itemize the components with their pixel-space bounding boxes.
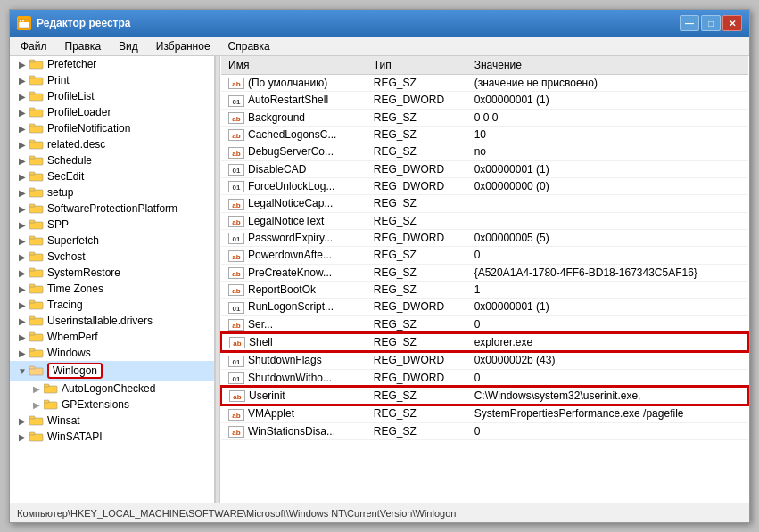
tree-item[interactable]: ▶ ProfileNotification [10,120,214,136]
table-row[interactable]: abDebugServerCo...REG_SZno [221,143,748,160]
table-row[interactable]: abPowerdownAfte...REG_SZ0 [221,247,748,264]
tree-item[interactable]: ▶ SystemRestore [10,265,214,281]
table-row[interactable]: abLegalNoticeCap...REG_SZ [221,195,748,212]
table-row[interactable]: abReportBootOkREG_SZ1 [221,281,748,298]
tree-item[interactable]: ▶ SoftwareProtectionPlatform [10,201,214,217]
reg-value: 1 [467,281,748,298]
table-row[interactable]: 01ForceUnlockLog...REG_DWORD0x00000000 (… [221,177,748,194]
tree-arrow: ▶ [17,108,28,118]
menu-item-правка[interactable]: Правка [58,38,109,54]
svg-rect-31 [29,268,35,271]
tree-arrow: ▶ [17,156,28,166]
table-row[interactable]: 01DisableCADREG_DWORD0x00000001 (1) [221,160,748,177]
folder-icon [29,171,44,182]
svg-rect-47 [44,400,49,403]
table-row[interactable]: abVMAppletREG_SZSystemPropertiesPerforma… [221,405,748,422]
folder-icon [29,267,44,278]
ab-icon: ab [228,426,244,438]
ab-icon: ab [228,78,244,89]
minimize-button[interactable]: — [680,15,699,31]
reg-value: 0x00000001 (1) [467,299,748,315]
ab-icon: ab [228,267,244,279]
svg-rect-29 [29,252,35,255]
tree-arrow: ▼ [17,366,28,376]
tree-item[interactable]: ▶ Schedule [10,152,214,168]
reg-type: REG_DWORD [367,92,467,109]
tree-item[interactable]: ▶ Userinstallable.drivers [10,313,214,329]
table-row[interactable]: abShellREG_SZexplorer.exe [221,333,748,351]
dword-icon: 01 [228,356,244,367]
table-row[interactable]: abCachedLogonsC...REG_SZ10 [221,126,748,143]
folder-icon [29,315,44,326]
maximize-button[interactable]: □ [701,15,721,31]
table-row[interactable]: 01ShutdownFlagsREG_DWORD0x0000002b (43) [221,351,748,369]
tree-item[interactable]: ▶ GPExtensions [10,397,214,413]
reg-name: 01ShutdownFlags [221,351,367,369]
tree-item[interactable]: ▶ related.desc [10,136,214,152]
tree-item[interactable]: ▶ WbemPerf [10,329,214,345]
table-row[interactable]: 01ShutdownWitho...REG_DWORD0 [221,369,748,387]
menu-item-файл[interactable]: Файл [13,38,54,54]
table-row[interactable]: abWinStationsDisa...REG_SZ0 [221,422,748,439]
tree-item[interactable]: ▶ Print [10,72,214,88]
tree-label: WbemPerf [47,331,98,343]
menu-item-справка[interactable]: Справка [221,38,277,54]
svg-rect-41 [29,348,35,351]
tree-item[interactable]: ▶ Superfetch [10,233,214,249]
reg-value: 0x00000000 (0) [467,177,748,194]
folder-icon [44,399,58,410]
tree-item[interactable]: ▶ SecEdit [10,168,214,184]
reg-name: 01RunLogonScript... [221,299,367,315]
folder-icon [29,299,44,310]
tree-label: Tracing [47,299,83,311]
tree-arrow: ▶ [17,416,28,426]
tree-item[interactable]: ▶ Tracing [10,297,214,313]
registry-panel: Имя Тип Значение ab(По умолчанию)REG_SZ(… [220,56,749,503]
tree-item[interactable]: ▶ setup [10,184,214,201]
dword-icon: 01 [228,164,244,176]
table-row[interactable]: ab(По умолчанию)REG_SZ(значение не присв… [221,75,748,92]
reg-name: abUserinit [221,387,367,405]
folder-icon [29,107,44,118]
ab-icon: ab [228,284,244,296]
tree-item[interactable]: ▼ Winlogon [10,361,214,381]
table-row[interactable]: 01PasswordExpiry...REG_DWORD0x00000005 (… [221,229,748,246]
svg-rect-51 [29,432,35,435]
tree-item[interactable]: ▶ Svchost [10,249,214,265]
tree-arrow: ▶ [17,92,28,102]
ab-icon: ab [228,147,244,159]
tree-item[interactable]: ▶ Prefetcher [10,56,214,72]
menu-item-вид[interactable]: Вид [111,38,145,54]
tree-arrow: ▶ [17,236,28,246]
ab-icon: ab [228,409,244,421]
ab-icon: ab [228,319,244,331]
reg-name: abLegalNoticeText [221,212,367,229]
reg-value: 0x00000001 (1) [467,92,748,109]
tree-item[interactable]: ▶ Time Zones [10,281,214,297]
ab-icon: ab [228,199,244,210]
reg-value: 10 [467,126,748,143]
table-row[interactable]: 01RunLogonScript...REG_DWORD0x00000001 (… [221,299,748,315]
tree-item[interactable]: ▶ AutoLogonChecked [10,381,214,397]
tree-item[interactable]: ▶ Windows [10,345,214,361]
table-row[interactable]: abPreCreateKnow...REG_SZ{A520A1A4-1780-4… [221,264,748,281]
menu-item-избранное[interactable]: Избранное [149,38,218,54]
tree-item[interactable]: ▶ ProfileList [10,88,214,104]
reg-value: SystemPropertiesPerformance.exe /pagefil… [467,405,748,422]
ab-icon: ab [228,250,244,262]
tree-item[interactable]: ▶ Winsat [10,413,214,429]
tree-arrow: ▶ [17,188,28,198]
tree-item[interactable]: ▶ SPP [10,217,214,233]
reg-type: REG_SZ [367,75,467,92]
dword-icon: 01 [228,95,244,107]
reg-name: abCachedLogonsC... [221,126,367,143]
table-row[interactable]: 01AutoRestartShellREG_DWORD0x00000001 (1… [221,92,748,109]
table-row[interactable]: abSer...REG_SZ0 [221,315,748,333]
tree-item[interactable]: ▶ ProfileLoader [10,104,214,120]
table-row[interactable]: abUserinitREG_SZC:\Windows\system32\user… [221,387,748,405]
table-row[interactable]: abLegalNoticeTextREG_SZ [221,212,748,229]
svg-point-2 [20,20,21,22]
close-button[interactable]: ✕ [722,15,742,31]
table-row[interactable]: abBackgroundREG_SZ0 0 0 [221,109,748,126]
tree-item[interactable]: ▶ WinSATAPI [10,429,214,445]
